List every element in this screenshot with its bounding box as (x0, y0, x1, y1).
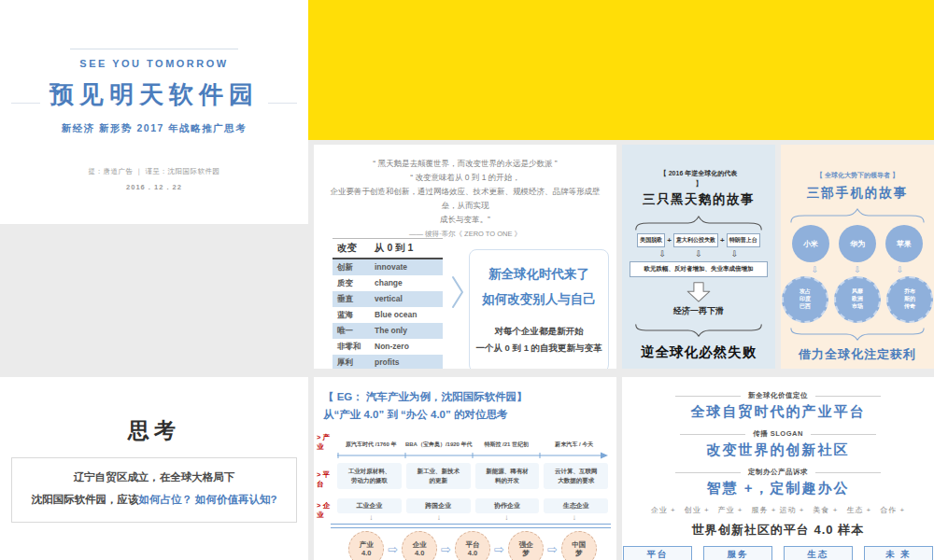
section-tag: 【 2016 年逆全球化的代表 】 (622, 169, 775, 189)
sample-title: 世界创新社区的平台 4.0 样本 (622, 522, 934, 539)
brace-up-icon (788, 208, 927, 223)
brace-down-icon (788, 328, 927, 341)
right-arrow-icon: ⇨ (547, 542, 558, 556)
row-label-company: > 企 业 (317, 501, 337, 520)
timeline-axis (337, 451, 608, 460)
table-header: 改变 从 0 到 1 (333, 239, 443, 259)
platform-box: 新能源、稀有材 料的开发 (475, 463, 540, 489)
question-line: 沈阳国际软件园，应该如何占位？ 如何价值再认知? (18, 488, 290, 511)
divider (811, 434, 876, 435)
headline: 智慧 +，定制趣办公 (622, 480, 934, 497)
down-arrows: ⇩ ⇩ ⇩ (622, 249, 775, 259)
cover-title: 预见明天软件园 (40, 78, 268, 111)
divider (815, 472, 881, 473)
table-row: 唯一 The only (333, 323, 443, 339)
headline: 新全球化时代来了 (470, 261, 608, 287)
down-arrow-icon: ↓ (541, 513, 609, 522)
cell: 创新 (337, 262, 375, 273)
slide-4-three-phones[interactable]: 【 全球化大势下的领导者 】 三部手机的故事 小米 华为 苹果 ⇩ ⇩ ⇩ 攻占… (781, 145, 934, 369)
divider (675, 396, 741, 397)
cover-eyebrow: SEE YOU TOMORROW (0, 58, 308, 69)
company-box: 工业企业 (337, 498, 402, 513)
divider (815, 396, 881, 397)
headline: 全球自贸时代的产业平台 (622, 403, 934, 421)
cell: vertical (375, 294, 443, 305)
slide-5-thinking[interactable]: 思考 辽宁自贸区成立，在全球大格局下 沈阳国际软件园，应该如何占位？ 如何价值再… (0, 377, 308, 560)
down-arrow-icon: ⇩ (854, 265, 861, 274)
slide-2-change-table[interactable]: “ 黑天鹅是去颠覆世界，而改变世界的永远是少数派 ” “ 改变意味着从 0 到 … (314, 145, 616, 369)
quote-block: “ 黑天鹅是去颠覆世界，而改变世界的永远是少数派 ” “ 改变意味着从 0 到 … (323, 157, 608, 241)
company-box: 生态企业 (544, 498, 608, 513)
down-arrow-icon: ↓ (405, 513, 474, 522)
cover-title-wrap: 预见明天软件园 (0, 78, 308, 114)
cover-subtitle: 新经济 新形势 2017 年战略推广思考 (0, 122, 308, 135)
down-arrows: ⇩ ⇩ ⇩ (781, 265, 934, 274)
down-arrow-icon: ⇩ (897, 265, 904, 274)
cell: Blue ocean (375, 310, 443, 321)
section-label: 传播 SLOGAN (753, 429, 803, 439)
pillar-button[interactable]: 平台 (623, 546, 692, 560)
brace-up-icon (633, 216, 764, 231)
pillar-column: 服务 (703, 546, 772, 560)
title-line: 从“产业 4.0” 到 “办公 4.0” 的对位思考 (323, 406, 616, 424)
right-arrow-icon: ⇨ (388, 542, 398, 556)
cell: Non-zero (375, 342, 443, 353)
table-row: 厚利 profits (333, 355, 443, 369)
pillar-button[interactable]: 生态 (784, 546, 853, 560)
swan-items: 美国脱欧 + 意大利公投失败 + 特朗普上台 (622, 233, 775, 247)
slide-title: 【 EG： 汽车产业为例，沈阳国际软件园】 从“产业 4.0” 到 “办公 4.… (323, 388, 616, 424)
company-box: 跨国企业 (406, 498, 471, 513)
stage-circle: 产业 4.0 (348, 531, 384, 560)
slide-title: 三部手机的故事 (781, 185, 934, 202)
section-tag: 【 全球化大势下的领导者 】 (781, 171, 934, 180)
headline: 如何改变别人与自己 (470, 287, 608, 312)
mid-text: 经济一再下滑 (622, 305, 775, 317)
down-arrow-icon: ↓ (337, 513, 405, 522)
down-arrow-icon: ⇩ (659, 249, 667, 259)
timeline-label: 蔚来汽车 / 今天 (541, 441, 609, 449)
pillar-button[interactable]: 未 来 (864, 546, 933, 560)
platform-box: 新工业、新技术 的更新 (406, 463, 471, 489)
tag-line: 【 2016 年逆全球化的代表 (622, 169, 775, 179)
down-arrow-icon: ↓ (473, 513, 541, 522)
slides-overview-page: SEE YOU TOMORROW 预见明天软件园 新经济 新形势 2017 年战… (0, 0, 934, 560)
timeline-labels: 原汽车时代 /1760 年 BBA（宝奔奥）/1920 年代 特斯拉 /21 世… (337, 441, 608, 449)
platform-box: 云计算、互联网 大数据的要求 (544, 463, 608, 489)
swan-item: 意大利公投失败 (673, 233, 718, 247)
story-circle: 攻占 印度 巴西 (782, 276, 828, 323)
stage-circle: 企业 4.0 (402, 531, 437, 560)
cell: change (375, 278, 443, 289)
message-box: 新全球化时代来了 如何改变别人与自己 对每个企业都是新开始 一个从 0 到 1 … (469, 249, 609, 369)
title-line: 【 EG： 汽车产业为例，沈阳国际软件园】 (323, 388, 616, 406)
slide-7-positioning[interactable]: 新全球化价值定位 全球自贸时代的产业平台 传播 SLOGAN 改变世界的创新社区… (622, 377, 934, 560)
cell: 垂直 (337, 294, 375, 305)
cell: 厚利 (337, 357, 375, 369)
cell: 质变 (337, 278, 375, 289)
conclusion: 逆全球化必然失败 (622, 343, 775, 361)
tag-line: 】 (622, 179, 775, 189)
subline: 一个从 0 到 1 的自我更新与变革 (470, 340, 608, 357)
divider (680, 434, 745, 435)
slide-3-black-swans[interactable]: 【 2016 年逆全球化的代表 】 三只黑天鹅的故事 美国脱欧 + 意大利公投失… (622, 145, 775, 369)
cell: profits (375, 357, 443, 369)
story-circle: 风靡 欧洲 市场 (834, 276, 881, 323)
brace-down-icon (633, 324, 764, 337)
table-row: 创新 innovate (333, 259, 443, 275)
pillar-column: 生态 (784, 546, 853, 560)
conclusion: 借力全球化注定获利 (781, 346, 934, 363)
pillar-button[interactable]: 服务 (703, 546, 772, 560)
right-arrow-icon: ⇨ (494, 542, 504, 556)
effect-box: 欧元跌幅、反对者增加、失业率成倍增加 (630, 261, 768, 277)
headline: 改变世界的创新社区 (622, 441, 934, 459)
double-divider (331, 524, 611, 528)
pillar-column: 平台 (623, 546, 692, 560)
stage-circle: 平台 4.0 (455, 531, 490, 560)
quote-line: 企业要善于创造和创新，通过网络效应、技术更新、规模经济、品牌等形成壁垒，从而实现 (323, 185, 608, 213)
slide-6-industry-4-0[interactable]: 【 EG： 汽车产业为例，沈阳国际软件园】 从“产业 4.0” 到 “办公 4.… (314, 377, 616, 560)
question-box: 辽宁自贸区成立，在全球大格局下 沈阳国际软件园，应该如何占位？ 如何价值再认知? (11, 457, 297, 523)
platform-row: 工业对原材料、 劳动力的摄取 新工业、新技术 的更新 新能源、稀有材 料的开发 … (337, 463, 608, 489)
timeline-label: 原汽车时代 /1760 年 (337, 441, 405, 449)
swan-item: 特朗普上台 (727, 233, 760, 247)
slide-1-cover[interactable]: SEE YOU TOMORROW 预见明天软件园 新经济 新形势 2017 年战… (0, 0, 308, 224)
slide-title: 三只黑天鹅的故事 (622, 191, 775, 208)
